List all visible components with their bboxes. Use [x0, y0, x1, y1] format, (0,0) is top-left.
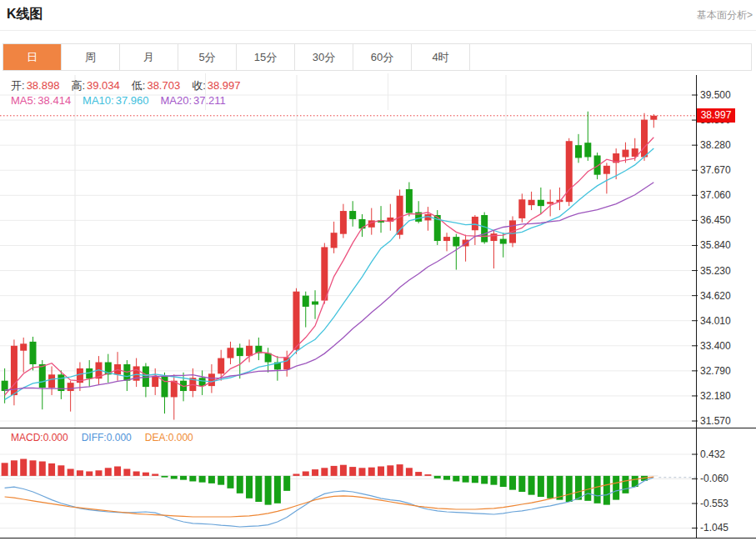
- candle-body: [397, 196, 403, 235]
- macd-histogram-bar: [95, 470, 102, 476]
- tab-30分[interactable]: 30分: [295, 44, 353, 70]
- candle-body: [584, 143, 591, 157]
- macd-histogram-bar: [237, 476, 243, 493]
- timeframe-tabs: 日周月5分15分30分60分4时: [3, 43, 752, 71]
- tab-bar-filler: [470, 44, 751, 70]
- axis-tick-label: -1.045: [700, 522, 728, 533]
- macd-histogram-bar: [227, 476, 233, 488]
- candle-body: [29, 342, 36, 364]
- macd-histogram-bar: [538, 476, 544, 497]
- axis-tick-label: 35.230: [700, 265, 731, 277]
- macd-histogram-bar: [265, 476, 272, 505]
- macd-label: DEA:0.000: [145, 432, 193, 443]
- candle-body: [218, 358, 224, 374]
- macd-histogram-bar: [481, 476, 488, 484]
- ohlc-item: 收:38.997: [192, 79, 240, 92]
- candlestick-series: [2, 112, 658, 420]
- axis-tick-label: 34.620: [700, 290, 731, 302]
- macd-histogram-bar: [2, 463, 8, 476]
- ohlc-item: 高:39.034: [71, 79, 119, 92]
- tab-5分[interactable]: 5分: [178, 44, 237, 70]
- candle-body: [39, 364, 46, 388]
- macd-histogram-bar: [133, 471, 140, 475]
- macd-histogram-bar: [86, 471, 93, 475]
- macd-histogram-bar: [68, 468, 74, 475]
- candle-body: [312, 302, 318, 305]
- macd-histogram-bar: [500, 476, 507, 487]
- macd-histogram-bar: [180, 476, 187, 480]
- macd-histogram-bar: [274, 476, 281, 503]
- macd-histogram-bar: [171, 476, 178, 479]
- candle-body: [500, 239, 507, 244]
- macd-histogram-bar: [152, 473, 158, 475]
- macd-histogram-bar: [528, 476, 535, 495]
- candle-body: [227, 348, 233, 358]
- axis-tick-label: 0.432: [700, 448, 725, 460]
- axis-tick-label: -0.553: [700, 498, 728, 509]
- macd-histogram-bar: [20, 459, 27, 476]
- axis-tick-label: 37.060: [700, 189, 731, 201]
- info-divider: [205, 73, 206, 110]
- macd-histogram-bar: [472, 476, 478, 483]
- macd-histogram-bar: [218, 476, 224, 485]
- tab-日[interactable]: 日: [3, 44, 62, 70]
- macd-histogram-bar: [283, 476, 290, 491]
- candle-body: [152, 377, 158, 387]
- ohlc-item: 开:38.898: [11, 79, 59, 92]
- candle-body: [453, 237, 459, 246]
- macd-histogram-bar: [613, 476, 619, 500]
- candle-body: [340, 211, 347, 234]
- candle-body: [20, 343, 27, 350]
- macd-histogram-bar: [48, 463, 55, 476]
- macd-label: DIFF:0.000: [82, 432, 132, 443]
- macd-histogram-bar: [246, 476, 253, 498]
- candle-body: [518, 199, 525, 218]
- candle-body: [622, 150, 628, 158]
- tab-15分[interactable]: 15分: [237, 44, 295, 70]
- macd-histogram-bar: [255, 476, 262, 502]
- axis-tick-label: 32.790: [700, 365, 731, 377]
- candle-body: [68, 383, 74, 391]
- macd-histogram-bar: [208, 476, 215, 483]
- macd-histogram-bar: [303, 471, 309, 475]
- macd-histogram-bar: [11, 460, 18, 476]
- macd-histogram-bar: [189, 476, 196, 482]
- ohlc-item: 低:38.703: [132, 79, 180, 92]
- macd-histogram-bar: [566, 476, 573, 502]
- ma-item: MA10:37.960: [83, 94, 148, 107]
- candle-body: [490, 233, 497, 241]
- macd-histogram-bar: [397, 464, 403, 476]
- macd-histogram-bar: [518, 476, 525, 492]
- tab-4时[interactable]: 4时: [412, 44, 470, 70]
- macd-histogram-bar: [77, 470, 83, 476]
- macd-histogram-bar: [293, 473, 299, 475]
- macd-histogram-bar: [509, 476, 516, 490]
- axis-tick-label: 33.400: [700, 340, 731, 352]
- ma10-line: [5, 148, 654, 399]
- ma-item: MA5:38.414: [11, 94, 71, 107]
- ma-info: MA5:38.414MA10:37.960MA20:37.211: [11, 94, 238, 107]
- candle-body: [208, 373, 215, 386]
- macd-histogram-bar: [490, 476, 497, 485]
- axis-tick-label: 34.010: [700, 315, 731, 327]
- macd-histogram-bar: [349, 467, 356, 476]
- tab-月[interactable]: 月: [120, 44, 178, 70]
- candle-body: [472, 217, 478, 230]
- macd-histogram-bar: [39, 462, 46, 476]
- macd-histogram-bar: [321, 468, 328, 476]
- axis-tick-label: 37.670: [700, 164, 731, 176]
- macd-histogram-bar: [575, 476, 582, 500]
- candle-body: [246, 346, 253, 356]
- tab-周[interactable]: 周: [62, 44, 120, 70]
- macd-histogram-bar: [161, 476, 168, 478]
- tab-60分[interactable]: 60分: [353, 44, 412, 70]
- macd-histogram-bar: [603, 476, 610, 505]
- macd-info: MACD:0.000DIFF:0.000DEA:0.000: [11, 432, 207, 443]
- macd-histogram-bar: [340, 465, 347, 476]
- candle-body: [48, 374, 55, 388]
- macd-histogram-bar: [368, 468, 375, 476]
- ma5-line: [5, 138, 654, 395]
- ma20-line: [5, 183, 654, 390]
- macd-histogram-bar: [331, 466, 338, 476]
- macd-histogram-bar: [143, 473, 149, 476]
